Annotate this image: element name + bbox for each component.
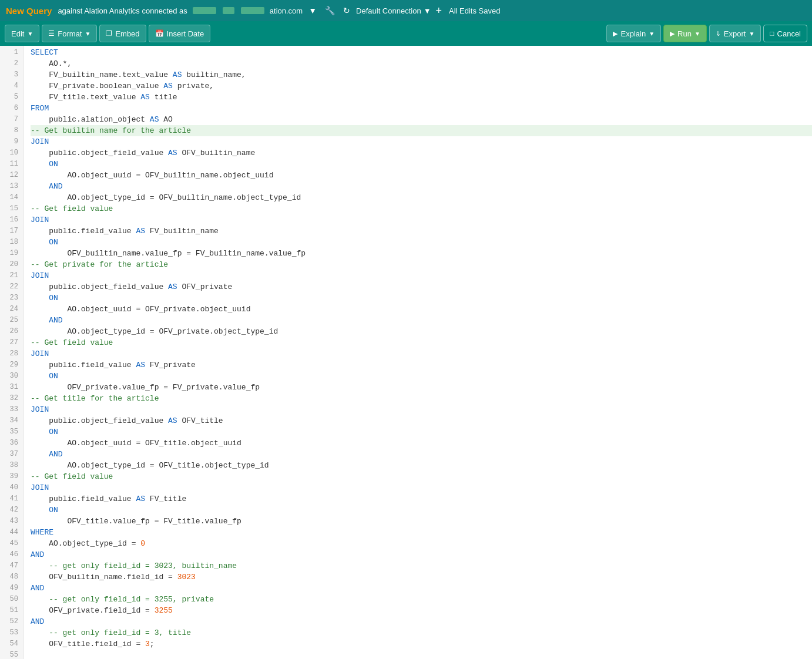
code-line: AO.object_type_id = 0 [31,538,812,549]
line-number: 7 [0,114,23,125]
code-line: JOIN [31,482,812,493]
top-nav-bar: New Query against Alation Analytics conn… [0,0,812,21]
code-line: AND [31,449,812,460]
calendar-icon: 📅 [155,29,164,38]
run-button[interactable]: ▶ Run ▼ [663,25,707,42]
cancel-square-icon: □ [770,29,774,38]
line-number: 9 [0,136,23,147]
line-number: 42 [0,505,23,516]
explain-button[interactable]: ▶ Explain ▼ [606,25,661,42]
run-play-icon: ▶ [670,30,675,38]
code-line: public.object_field_value AS OFV_title [31,415,812,426]
refresh-icon[interactable]: ↻ [341,5,353,16]
format-button[interactable]: ☰ Format ▼ [42,25,97,42]
line-number: 39 [0,471,23,482]
embed-label: Embed [115,29,139,38]
cancel-button[interactable]: □ Cancel [763,25,807,42]
settings-wrench-icon[interactable]: 🔧 [323,5,337,16]
code-editor[interactable]: 1234567891011121314151617181920212223242… [0,46,812,659]
line-number: 44 [0,527,23,538]
explain-play-icon: ▶ [613,30,618,38]
code-line: AND [31,181,812,192]
line-number: 27 [0,337,23,348]
line-number: 14 [0,192,23,203]
code-line: JOIN [31,270,812,281]
line-number: 20 [0,259,23,270]
format-label: Format [58,29,82,38]
line-number: 22 [0,281,23,292]
line-number: 17 [0,226,23,237]
code-line: AO.object_uuid = OFV_builtin_name.object… [31,170,812,181]
code-line: public.field_value AS FV_private [31,359,812,371]
line-number: 6 [0,103,23,114]
code-line: ON [31,292,812,304]
line-number: 49 [0,583,23,594]
insert-date-button[interactable]: 📅 Insert Date [149,25,211,42]
run-dropdown-icon: ▼ [694,31,700,37]
default-connection-btn[interactable]: Default Connection ▼ [356,6,431,15]
line-number: 43 [0,516,23,527]
add-connection-btn[interactable]: + [436,5,442,17]
domain-text: ation.com [270,6,303,15]
line-number: 19 [0,248,23,259]
code-line: OFV_title.value_fp = FV_title.value_fp [31,516,812,527]
code-line: -- get only field_id = 3, title [31,627,812,638]
code-line: JOIN [31,348,812,359]
line-number: 54 [0,638,23,650]
line-number: 8 [0,125,23,136]
code-line: FV_private.boolean_value AS private, [31,80,812,92]
code-line: -- Get field value [31,471,812,482]
line-number: 25 [0,315,23,326]
line-number: 45 [0,538,23,549]
code-line: OFV_title.field_id = 3; [31,638,812,650]
code-line: OFV_builtin_name.field_id = 3023 [31,571,812,583]
line-number: 11 [0,159,23,170]
code-line: public.object_field_value AS OFV_private [31,281,812,292]
line-number: 18 [0,237,23,248]
code-line: ON [31,426,812,438]
export-dropdown-icon: ▼ [749,31,754,37]
code-line: ON [31,505,812,516]
code-line: SELECT [31,47,812,58]
code-line: -- Get private for the article [31,259,812,270]
code-line: OFV_builtin_name.value_fp = FV_builtin_n… [31,248,812,259]
code-line: -- Get field value [31,203,812,214]
code-content[interactable]: SELECT AO.*, FV_builtin_name.text_value … [24,46,812,659]
export-button[interactable]: ⇓ Export ▼ [709,25,761,42]
code-line: FV_title.text_value AS title [31,92,812,103]
code-line: AO.object_type_id = OFV_title.object_typ… [31,460,812,471]
code-line: AO.object_uuid = OFV_title.object_uuid [31,438,812,449]
code-line: AO.object_type_id = OFV_private.object_t… [31,326,812,337]
code-line: JOIN [31,136,812,147]
line-number: 51 [0,605,23,616]
line-number: 21 [0,270,23,281]
code-line: ON [31,159,812,170]
code-line: AND [31,616,812,627]
new-query-label[interactable]: New Query [6,6,52,16]
code-line: AO.object_uuid = OFV_private.object_uuid [31,304,812,315]
line-number: 31 [0,382,23,393]
line-number: 47 [0,560,23,571]
code-line: FV_builtin_name.text_value AS builtin_na… [31,69,812,80]
code-line: AND [31,315,812,326]
all-edits-saved-label: All Edits Saved [449,6,500,15]
line-numbers-gutter: 1234567891011121314151617181920212223242… [0,46,24,659]
edit-dropdown-icon: ▼ [27,31,33,37]
format-icon: ☰ [48,29,55,38]
embed-icon: ❐ [106,29,112,38]
dropdown-arrow-icon[interactable]: ▼ [306,5,319,16]
edit-label: Edit [11,29,24,38]
code-line: JOIN [31,214,812,226]
embed-button[interactable]: ❐ Embed [99,25,146,42]
default-connection-dropdown-icon: ▼ [424,6,431,15]
edit-button[interactable]: Edit ▼ [5,25,39,42]
explain-label: Explain [620,29,646,38]
insert-date-label: Insert Date [167,29,204,38]
code-line: public.field_value AS FV_title [31,493,812,505]
code-line: public.alation_object AS AO [31,114,812,125]
cancel-label: Cancel [777,29,801,38]
line-number: 53 [0,627,23,638]
line-number: 3 [0,69,23,80]
line-number: 40 [0,482,23,493]
code-line: ON [31,237,812,248]
